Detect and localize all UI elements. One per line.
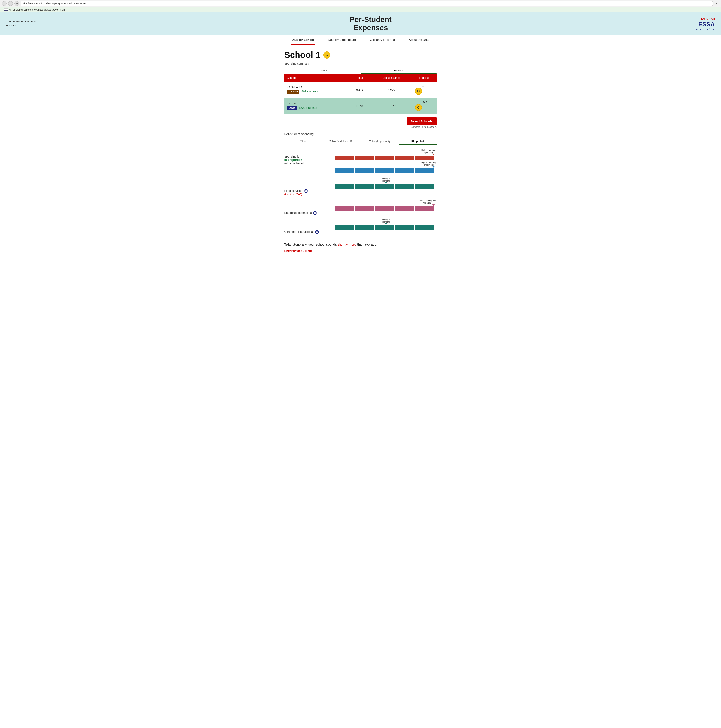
school8-local: 4,600 xyxy=(372,81,411,98)
nav-data-by-school[interactable]: Data by School xyxy=(291,35,315,45)
food-services-name: Food services xyxy=(284,189,302,193)
bar xyxy=(335,184,354,189)
toggle-dollars[interactable]: Dollars xyxy=(360,67,437,74)
bar xyxy=(395,184,414,189)
main-nav: Data by School Data by Expenditure Gloss… xyxy=(0,35,721,45)
you-tag: Large xyxy=(287,106,297,110)
nav-about-data[interactable]: About the Data xyxy=(408,35,430,45)
select-schools-button[interactable]: Select Schools xyxy=(406,118,437,125)
other-text: Other non-instructional ? xyxy=(284,224,332,234)
enterprise-text: Enterprise operations ? xyxy=(284,205,332,215)
compare-hint: Compare up to 4 schools. xyxy=(411,125,437,128)
you-total: 11,500 xyxy=(348,98,372,114)
districtwide-label[interactable]: Districtwide Current xyxy=(284,249,437,252)
view-chart[interactable]: Chart xyxy=(284,138,322,145)
total-suffix: than average. xyxy=(357,243,377,246)
you-info: ##. You Large 1229 students xyxy=(284,98,348,114)
indicator-bottom-arrow xyxy=(432,166,435,168)
toggle-percent[interactable]: Percent xyxy=(284,67,360,74)
school8-badge[interactable]: C xyxy=(415,88,422,95)
food-services-bars: Averagespending xyxy=(335,177,437,190)
indicator-top-arrow xyxy=(432,154,435,155)
total-text: Generally, your school spends slightly m… xyxy=(293,243,377,246)
bar xyxy=(395,206,414,211)
chart-row-spending-enrollment: Spending is in proportion with enrollmen… xyxy=(284,149,437,174)
bar xyxy=(335,206,354,211)
bar xyxy=(395,156,414,160)
report-card-text: REPORT CARD xyxy=(694,28,715,30)
food-services-question-icon[interactable]: ? xyxy=(304,189,308,193)
bar xyxy=(395,168,414,173)
select-schools-container: Select Schools Compare up to 4 schools. xyxy=(284,118,437,128)
reload-button[interactable]: ↻ xyxy=(14,1,19,6)
bar xyxy=(395,225,414,230)
indicator-bottom-label: Higher than avgenrollment xyxy=(422,162,436,166)
other-label: Other non-instructional ? xyxy=(284,219,332,234)
main-content: School 1 C Spending summary Percent Doll… xyxy=(280,45,441,257)
lang-cn[interactable]: CN xyxy=(711,17,715,20)
total-label: Total xyxy=(284,243,292,246)
forward-button[interactable]: → xyxy=(8,1,13,6)
school8-number-name: ##. School 8 xyxy=(287,86,345,89)
col-federal: Federal xyxy=(411,74,437,81)
view-table-dollars[interactable]: Table (in dollars US) xyxy=(322,138,360,145)
school8-students: 462 students xyxy=(301,90,318,93)
bar xyxy=(355,225,374,230)
enterprise-name: Enterprise operations xyxy=(284,211,312,214)
bar xyxy=(375,168,394,173)
spending-enrollment-label: Spending is in proportion with enrollmen… xyxy=(284,149,332,165)
table-row: ##. You Large 1229 students 11,500 10,15… xyxy=(284,98,437,114)
enterprise-bars: Among the highestspending xyxy=(335,200,437,212)
spending-summary-label: Spending summary xyxy=(284,62,437,65)
bar xyxy=(355,156,374,160)
bar xyxy=(355,184,374,189)
food-avg-label: Averagespending xyxy=(382,177,390,182)
bar xyxy=(415,156,434,160)
food-avg-indicator: Averagespending xyxy=(335,177,437,184)
arrow-down-pink xyxy=(432,204,435,206)
school8-total: 5,175 xyxy=(348,81,372,98)
browser-menu-button[interactable]: ≡ xyxy=(715,1,719,6)
teal-bars-food xyxy=(335,184,437,189)
site-header: Your State Department of Education Per-S… xyxy=(0,12,721,35)
you-badge[interactable]: C xyxy=(415,104,422,111)
lang-en[interactable]: EN xyxy=(701,17,705,20)
lang-links: EN SP CN xyxy=(694,17,715,20)
teal-bars-other xyxy=(335,225,437,230)
gov-banner: An official website of the United States… xyxy=(0,7,721,12)
food-services-function[interactable]: (function 2300) xyxy=(284,193,332,196)
site-title-heading: Per-Student Expenses xyxy=(350,15,392,32)
school8-info: ##. School 8 Medium 462 students xyxy=(284,81,348,98)
arrow-down-teal-food xyxy=(385,182,387,184)
you-federal: 1,343 C xyxy=(411,98,437,114)
back-button[interactable]: ← xyxy=(2,1,6,6)
view-toggle: Chart Table (in dollars US) Table (in pe… xyxy=(284,138,437,145)
chart-row-enterprise: Enterprise operations ? Among the highes… xyxy=(284,200,437,215)
with-enrollment-text: with enrollment. xyxy=(284,162,332,165)
school-badge[interactable]: C xyxy=(323,52,330,58)
address-bar[interactable] xyxy=(21,1,713,6)
lang-sp[interactable]: SP xyxy=(706,17,710,20)
slightly-more-link[interactable]: slightly more xyxy=(338,243,356,246)
nav-glossary[interactable]: Glossary of Terms xyxy=(369,35,396,45)
site-title: Per-Student Expenses xyxy=(350,15,392,32)
you-local: 10,157 xyxy=(372,98,411,114)
enterprise-label: Enterprise operations ? xyxy=(284,200,332,215)
bar xyxy=(335,225,354,230)
enterprise-indicator: Among the highestspending xyxy=(335,200,437,206)
bar xyxy=(335,168,354,173)
view-simplified[interactable]: Simplified xyxy=(399,138,437,145)
bar xyxy=(415,168,434,173)
chart-section: Spending is in proportion with enrollmen… xyxy=(284,149,437,234)
spending-table: School Total Local & State Federal ##. S… xyxy=(284,74,437,114)
other-question-icon[interactable]: ? xyxy=(315,230,319,234)
enterprise-question-icon[interactable]: ? xyxy=(313,211,317,215)
bar xyxy=(415,225,434,230)
view-indicator xyxy=(399,144,437,145)
chart-row-food-services: Food services ? (function 2300) Averages… xyxy=(284,177,437,196)
chart-row-other: Other non-instructional ? Averagespendin… xyxy=(284,219,437,234)
nav-data-by-expenditure[interactable]: Data by Expenditure xyxy=(327,35,357,45)
gov-banner-text: An official website of the United States… xyxy=(9,8,66,11)
view-table-percent[interactable]: Table (in percent) xyxy=(360,138,399,145)
arrow-down-teal-other xyxy=(385,223,387,225)
